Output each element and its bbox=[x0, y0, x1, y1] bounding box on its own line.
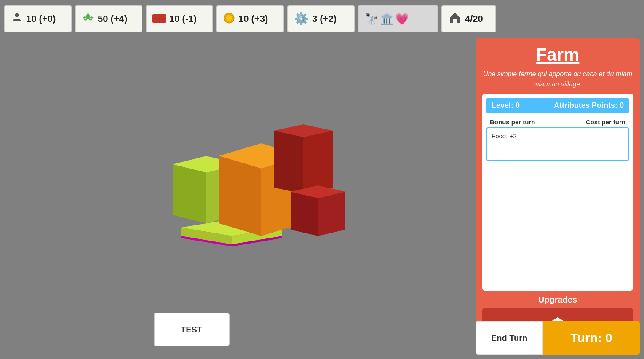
game-canvas: TEST bbox=[0, 38, 467, 359]
svg-marker-24 bbox=[291, 192, 318, 236]
gold-value: 10 (+3) bbox=[238, 13, 268, 24]
tech-group: 🔭 🏛️ 💗 bbox=[358, 5, 438, 32]
tech-icon-1: 🔭 bbox=[365, 13, 378, 26]
blocks-area bbox=[147, 97, 400, 274]
attributes-label: Attributes Points: 0 bbox=[554, 101, 624, 110]
panel-description: Une simple ferme qui apporte du caca et … bbox=[482, 69, 633, 89]
bonus-table: Bonus per turn Cost per turn Food: +2 bbox=[486, 117, 629, 161]
upgrades-label: Upgrades bbox=[482, 295, 633, 305]
tech-icon-3: 💗 bbox=[395, 13, 409, 26]
bonus-content: Food: +2 bbox=[486, 127, 629, 161]
panel-stats: Level: 0 Attributes Points: 0 Bonus per … bbox=[482, 94, 633, 291]
house-icon bbox=[448, 11, 462, 27]
svg-marker-21 bbox=[274, 131, 303, 194]
turn-display: Turn: 0 bbox=[543, 321, 640, 355]
brick-icon bbox=[152, 13, 166, 24]
bottom-right-controls: End Turn Turn: 0 bbox=[476, 321, 640, 355]
food-icon bbox=[82, 12, 94, 27]
housing-box: 4/20 bbox=[441, 5, 496, 32]
svg-marker-22 bbox=[303, 131, 333, 194]
gear-icon: ⚙️ bbox=[294, 13, 309, 25]
population-icon bbox=[11, 12, 23, 26]
right-panel: Farm Une simple ferme qui apporte du cac… bbox=[476, 38, 640, 355]
gear-value: 3 (+2) bbox=[312, 13, 337, 24]
food-value: 50 (+4) bbox=[98, 13, 127, 24]
brick-value: 10 (-1) bbox=[169, 13, 197, 24]
panel-title: Farm bbox=[482, 45, 633, 65]
svg-marker-18 bbox=[219, 156, 261, 236]
top-bar: 10 (+0) 50 (+4) 10 (-1) bbox=[4, 4, 640, 34]
bonus-header: Bonus per turn Cost per turn bbox=[486, 117, 629, 127]
tech-icons: 🔭 🏛️ 💗 bbox=[365, 13, 409, 26]
housing-value: 4/20 bbox=[465, 13, 483, 24]
svg-point-8 bbox=[226, 14, 232, 21]
food-bonus: Food: +2 bbox=[492, 132, 517, 139]
population-value: 10 (+0) bbox=[26, 13, 56, 24]
gold-resource: 10 (+3) bbox=[216, 5, 284, 32]
svg-point-0 bbox=[15, 13, 19, 17]
svg-marker-25 bbox=[318, 192, 345, 236]
tech-icon-2: 🏛️ bbox=[380, 13, 393, 26]
brick-resource: 10 (-1) bbox=[146, 5, 213, 32]
level-row: Level: 0 Attributes Points: 0 bbox=[486, 98, 629, 113]
blocks-svg bbox=[147, 97, 358, 265]
food-resource: 50 (+4) bbox=[75, 5, 142, 32]
population-resource: 10 (+0) bbox=[4, 5, 72, 32]
gear-resource: ⚙️ 3 (+2) bbox=[287, 5, 355, 32]
bonus-per-turn-label: Bonus per turn bbox=[490, 118, 535, 126]
level-label: Level: 0 bbox=[492, 101, 520, 110]
svg-marker-15 bbox=[173, 164, 206, 223]
test-button[interactable]: TEST bbox=[154, 313, 230, 346]
cost-per-turn-label: Cost per turn bbox=[586, 118, 625, 126]
gold-icon bbox=[223, 12, 235, 26]
end-turn-button[interactable]: End Turn bbox=[476, 321, 543, 355]
